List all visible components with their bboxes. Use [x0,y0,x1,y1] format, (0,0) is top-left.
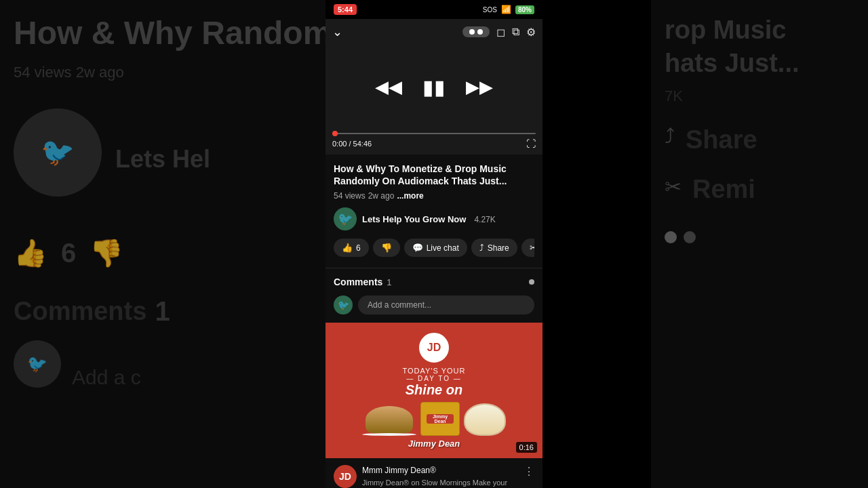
ad-food-row: Jimmy Dean [362,402,506,436]
bg-remi-row: ✂ Remi [665,175,854,204]
video-meta: 54 views 2w ago ...more [334,191,534,201]
ad-tagline3: — DAY TO — [362,375,506,382]
rec-info: Mmm Jimmy Dean® Jimmy Dean® on Slow Morn… [362,465,518,487]
bg-comment-placeholder: Add a c [72,366,141,389]
status-bar: 5:44 SOS 📶 80% [326,0,542,19]
more-link[interactable]: ...more [397,191,423,201]
progress-bar-track[interactable] [332,133,536,134]
channel-info: Lets Help You Grow Now [362,214,466,224]
action-row: 👍 6 👎 💬 Live chat ⤴ Share ✂ Remi [334,239,534,260]
bg-comments-count: 1 [155,296,170,327]
next-button[interactable]: ▶▶ [466,77,493,98]
pause-pill-dot2 [477,29,483,35]
ad-box-brand: Jimmy Dean [427,414,454,424]
channel-avatar[interactable]: 🐦 [334,207,357,230]
pause-button[interactable]: ▮▮ [422,75,446,99]
bg-dot-1 [665,231,677,243]
battery-indicator: 80% [515,5,534,14]
rec-video-title: Jimmy Dean® on Slow Mornings Make your [362,479,518,487]
status-right-icons: SOS 📶 80% [483,5,534,14]
cast-icon[interactable]: ◻ [496,26,505,39]
bg-dots [665,231,854,243]
progress-area: 0:00 / 54:46 ⛶ [326,129,542,155]
content-scroll[interactable]: How & Why To Monetize & Drop Music Rando… [326,155,542,488]
dislike-icon: 👎 [381,243,392,253]
ad-banner[interactable]: JD TODAY'S YOUR — DAY TO — Shine on [326,323,542,458]
bg-right-icons: ⤴ Share [665,125,854,155]
progress-dot [332,131,338,136]
time-ago: 2w ago [368,191,395,201]
channel-row: 🐦 Lets Help You Grow Now 4.27K [334,207,534,230]
bg-dislike-icon: 👎 [90,237,123,269]
live-chat-label: Live chat [427,243,459,253]
live-chat-icon: 💬 [412,243,423,253]
fullscreen-icon[interactable]: ⛶ [526,138,536,149]
remix-button[interactable]: ✂ Remi [521,239,534,257]
starburst [418,331,450,364]
caption-icon[interactable]: ⧉ [512,26,519,38]
bg-like-count: 6 [61,238,76,268]
video-player[interactable]: ⌄ ◻ ⧉ ⚙ ◀◀ ▮▮ ▶▶ 0:00 / [326,19,542,155]
recommended-item[interactable]: JD Mmm Jimmy Dean® Jimmy Dean® on Slow M… [326,458,542,488]
like-count: 6 [356,243,361,253]
comments-menu-dot[interactable] [529,279,534,285]
rec-more-options[interactable]: ⋮ [524,465,534,478]
bg-share-icon: ⤴ [665,125,675,155]
bg-comment-avatar: 🐦 [14,340,61,388]
chevron-down-icon[interactable]: ⌄ [332,24,342,39]
bg-like-icon: 👍 [14,237,47,269]
prev-button[interactable]: ◀◀ [375,77,402,98]
rec-channel-initial: JD [339,471,351,482]
ad-box-label: Jimmy Dean [427,414,454,424]
ad-burger-item [362,406,416,436]
ad-duration: 0:16 [516,442,537,453]
phone-container: 5:44 SOS 📶 80% ⌄ ◻ ⧉ ⚙ ◀◀ ▮▮ ▶▶ [326,0,542,488]
comment-avatar-icon: 🐦 [338,300,349,310]
share-button[interactable]: ⤴ Share [471,239,517,257]
rec-channel-name: Mmm Jimmy Dean® [362,465,518,476]
ad-bowl [464,403,506,436]
bg-comments-title: Comments [14,297,146,326]
bg-right-title2: hats Just... [665,47,854,80]
bg-dot-2 [684,231,696,243]
sos-indicator: SOS [483,6,497,14]
video-info: How & Why To Monetize & Drop Music Rando… [326,155,542,268]
bg-channel-avatar: 🐦 [14,108,102,197]
live-chat-button[interactable]: 💬 Live chat [404,239,467,257]
ad-tagline1: TODAY'S YOUR [362,367,506,375]
like-icon: 👍 [342,243,353,253]
comment-user-avatar: 🐦 [334,296,353,314]
ad-burger-bun [366,406,413,433]
channel-subs: 4.27K [474,213,495,225]
bg-right-stats: 7K [665,87,854,105]
wifi-icon: 📶 [501,5,511,14]
video-top-controls: ⌄ ◻ ⧉ ⚙ [326,19,542,45]
settings-icon[interactable]: ⚙ [526,26,536,39]
comment-input-row: 🐦 Add a comment... [334,296,534,314]
ad-plate [362,433,416,436]
pause-pill-dot [469,29,475,35]
comments-section: Comments 1 🐦 Add a comment... [326,268,542,323]
bg-right-title1: rop Music [665,14,854,47]
ad-logo: JD [419,333,449,363]
view-count: 54 views [334,191,366,201]
ad-content: JD TODAY'S YOUR — DAY TO — Shine on [355,326,513,455]
bg-share-label: Share [686,125,757,155]
ad-tagline2: Shine on [362,382,506,398]
comment-input[interactable]: Add a comment... [358,296,534,314]
channel-name: Lets Help You Grow Now [362,214,466,224]
top-right-controls: ◻ ⧉ ⚙ [462,26,536,39]
time-row: 0:00 / 54:46 ⛶ [332,138,536,149]
like-button[interactable]: 👍 6 [334,239,369,257]
remix-icon: ✂ [530,243,534,253]
bg-channel-name: Lets Hel [115,145,210,174]
share-icon: ⤴ [479,243,484,253]
background-right: rop Music hats Just... 7K ⤴ Share ✂ Remi [651,0,868,488]
comments-header: Comments 1 [334,277,534,287]
status-time: 5:44 [334,4,357,15]
rec-channel-avatar: JD [334,465,357,488]
ad-box-item: Jimmy Dean [420,402,460,436]
bg-remi-icon: ✂ [665,175,682,204]
dislike-button[interactable]: 👎 [373,239,400,257]
pause-pill[interactable] [462,26,490,37]
